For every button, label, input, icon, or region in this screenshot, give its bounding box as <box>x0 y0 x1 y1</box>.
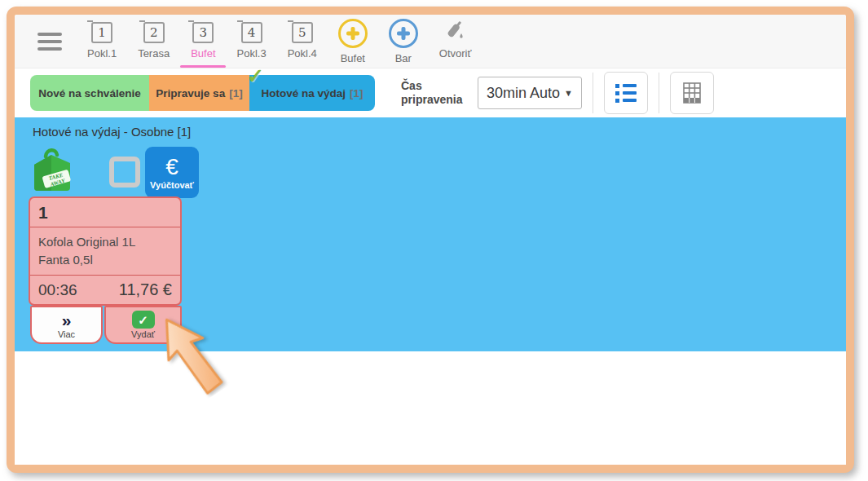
tab-otvorit[interactable]: Otvoriť <box>429 19 482 60</box>
tab-label: Bufet <box>341 52 365 64</box>
order-number: 1 <box>30 198 180 227</box>
selected-check-icon: ✓ <box>247 64 264 88</box>
order-elapsed-time: 00:36 <box>38 281 77 299</box>
filter-label: Hotové na výdaj <box>261 87 346 99</box>
tab-label: Terasa <box>138 47 170 60</box>
app-window: 1 Pokl.1 2 Terasa 3 Bufet 4 Pokl.3 5 <box>7 7 854 473</box>
prep-time-value: 30min Auto <box>487 85 560 102</box>
keypad-icon <box>682 82 702 104</box>
tab-label: Bar <box>395 52 412 64</box>
more-button[interactable]: » Viac <box>30 306 103 344</box>
select-checkbox[interactable] <box>109 157 140 188</box>
tab-label: Pokl.4 <box>288 47 317 60</box>
takeaway-carton-icon[interactable]: TAKE AWAY <box>29 145 75 194</box>
filter-hotove-na-vydaj[interactable]: ✓ Hotové na výdaj [1] <box>249 75 375 111</box>
filter-label: Nové na schválenie <box>38 87 140 99</box>
prep-time-select[interactable]: 30min Auto ▼ <box>478 77 582 109</box>
billing-label: Vyúčtovať <box>150 180 194 190</box>
orders-panel: Hotové na výdaj - Osobne [1] TAKE AWAY €… <box>15 117 846 351</box>
chevrons-right-icon: » <box>62 311 72 329</box>
filter-count: [1] <box>350 87 364 99</box>
keypad-view-button[interactable] <box>670 72 714 114</box>
tab-terasa[interactable]: 2 Terasa <box>127 19 180 60</box>
register-tabs: 1 Pokl.1 2 Terasa 3 Bufet 4 Pokl.3 5 <box>77 19 482 64</box>
tab-number-icon: 3 <box>192 22 214 43</box>
tab-add-bufet[interactable]: Bufet <box>328 19 378 64</box>
more-label: Viac <box>58 329 75 339</box>
list-view-button[interactable] <box>604 72 648 114</box>
caret-down-icon: ▼ <box>564 88 573 98</box>
tab-pokl4[interactable]: 5 Pokl.4 <box>277 19 328 60</box>
tab-label: Pokl.3 <box>237 47 267 60</box>
tab-label: Pokl.1 <box>87 47 117 60</box>
filter-pripravuje-sa[interactable]: Pripravuje sa [1] <box>149 75 249 111</box>
tab-pokl1[interactable]: 1 Pokl.1 <box>77 19 127 60</box>
tab-bufet-active[interactable]: 3 Bufet <box>180 19 226 60</box>
panel-title: Hotové na výdaj - Osobne [1] <box>33 125 191 139</box>
plus-icon <box>389 19 418 48</box>
order-item: Fanta 0,5l <box>38 251 172 269</box>
list-icon <box>615 84 637 103</box>
divider <box>659 73 659 113</box>
order-items: Kofola Original 1L Fanta 0,5l <box>30 227 180 275</box>
tab-number-icon: 1 <box>91 22 112 43</box>
dispense-button[interactable]: ✓ Vydať <box>104 306 182 344</box>
status-toolbar: Nové na schválenie Pripravuje sa [1] ✓ H… <box>15 68 846 117</box>
order-price: 11,76 € <box>119 280 172 299</box>
filter-count: [1] <box>229 87 243 99</box>
tab-label: Otvoriť <box>439 47 472 60</box>
order-footer: 00:36 11,76 € <box>30 276 180 299</box>
filter-nove-na-schvalenie[interactable]: Nové na schválenie <box>30 75 149 111</box>
top-bar: 1 Pokl.1 2 Terasa 3 Bufet 4 Pokl.3 5 <box>15 15 846 68</box>
tab-label: Bufet <box>191 47 215 60</box>
order-item: Kofola Original 1L <box>38 233 172 251</box>
plus-icon <box>338 19 368 48</box>
bottle-pour-icon <box>443 20 468 43</box>
tab-number-icon: 4 <box>241 22 262 43</box>
tab-pokl3[interactable]: 4 Pokl.3 <box>227 19 277 60</box>
prep-time-label: Čas pripravenia <box>401 79 476 108</box>
tab-number-icon: 2 <box>143 22 165 43</box>
active-tab-underline <box>180 65 226 68</box>
tab-number-icon: 5 <box>292 22 313 43</box>
hamburger-menu-icon[interactable] <box>37 33 62 51</box>
check-icon: ✓ <box>132 311 155 329</box>
order-card: 1 Kofola Original 1L Fanta 0,5l 00:36 11… <box>29 196 182 306</box>
divider <box>593 73 593 113</box>
euro-icon: € <box>165 156 178 179</box>
billing-button[interactable]: € Vyúčtovať <box>145 147 199 198</box>
dispense-label: Vydať <box>131 329 155 339</box>
order-status-filters: Nové na schválenie Pripravuje sa [1] ✓ H… <box>30 75 375 111</box>
empty-area <box>15 351 846 465</box>
tab-add-bar[interactable]: Bar <box>378 19 429 64</box>
filter-label: Pripravuje sa <box>156 87 225 99</box>
